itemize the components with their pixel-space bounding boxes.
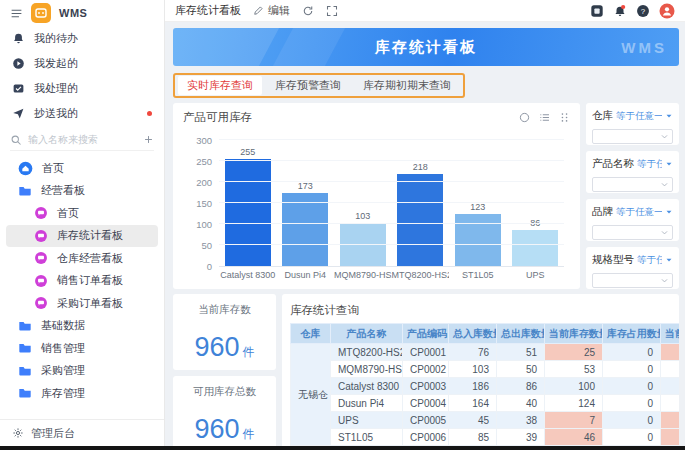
filter-select[interactable]	[592, 225, 673, 240]
code-cell: CP0006	[403, 429, 449, 446]
nav-item[interactable]: 首页	[6, 202, 158, 225]
theme-toggle-icon[interactable]	[590, 4, 604, 18]
add-icon[interactable]	[143, 134, 154, 145]
filter-operator[interactable]: 等于任意一...	[616, 206, 662, 219]
bar[interactable]	[397, 174, 443, 266]
y-axis-tick: 100	[196, 219, 212, 230]
fullscreen-icon[interactable]	[326, 5, 338, 17]
list-icon[interactable]	[539, 112, 550, 123]
chevron-down-icon	[660, 228, 669, 237]
chat-icon	[34, 296, 48, 310]
nav-item[interactable]: 经营看板	[6, 180, 158, 203]
filter-card: 仓库等于任意一...	[586, 103, 679, 145]
outbound-cell: 86	[497, 378, 545, 395]
sidebar-header: WMS	[0, 0, 164, 26]
filter-operator[interactable]: 等于任...	[637, 158, 662, 171]
table-header-row: 仓库产品名称产品编码总入库数量总出库数量当前库存数量库存占用数量当前可用数量	[291, 324, 680, 344]
table-row[interactable]: Catalyst 8300CP0003186861000	[291, 378, 680, 395]
loading-circle-icon[interactable]	[519, 112, 530, 123]
current-cell: 7	[545, 412, 603, 429]
wms-logo-icon	[31, 3, 51, 23]
nav-item[interactable]: 首页	[6, 157, 158, 180]
available-cell	[661, 429, 680, 446]
filter-select[interactable]	[592, 273, 673, 288]
filter-operator[interactable]: 等于任...	[637, 254, 662, 267]
filter-operator[interactable]: 等于任意一...	[616, 110, 662, 123]
stat-title: 可用库存总数	[173, 385, 276, 399]
sidebar-item-bell[interactable]: 我的待办	[0, 26, 164, 51]
edit-button[interactable]: 编辑	[253, 3, 290, 18]
nav-item-label: 经营看板	[41, 183, 85, 198]
bar[interactable]	[225, 159, 271, 266]
caret-down-icon[interactable]	[665, 256, 673, 264]
nav-item[interactable]: 库存管理	[6, 382, 158, 405]
bar[interactable]	[512, 230, 558, 266]
nav-item[interactable]: 基础数据	[6, 315, 158, 338]
outbound-cell: 50	[497, 361, 545, 378]
gear-icon	[12, 427, 24, 439]
avatar-icon[interactable]	[659, 3, 675, 19]
caret-down-icon[interactable]	[665, 112, 673, 120]
outbound-cell: 51	[497, 344, 545, 361]
nav-item[interactable]: 仓库经营看板	[6, 247, 158, 270]
refresh-icon[interactable]	[302, 5, 314, 17]
admin-console-button[interactable]: 管理后台	[0, 419, 164, 446]
table-row[interactable]: UPSCP0005453870	[291, 412, 680, 429]
bar[interactable]	[282, 193, 328, 266]
page-topbar: 库存统计看板 编辑 ?	[165, 0, 685, 22]
nav-item[interactable]: 采购管理	[6, 360, 158, 383]
caret-down-icon[interactable]	[665, 160, 673, 168]
chart-header: 产品可用库存	[183, 110, 570, 125]
current-cell: 100	[545, 378, 603, 395]
tab-active[interactable]: 实时库存查询	[178, 76, 262, 95]
nav-item-label: 仓库经营看板	[57, 251, 123, 266]
nav-item[interactable]: 采购订单看板	[6, 292, 158, 315]
gridline	[219, 160, 564, 161]
notifications-icon[interactable]	[613, 4, 627, 18]
product-cell: Dusun Pi4	[331, 395, 403, 412]
dashboard-content: 库存统计看板 WMS 实时库存查询库存预警查询库存期初期末查询 产品可用库存 2…	[165, 22, 685, 446]
nav-item-label: 销售管理	[41, 341, 85, 356]
table-row[interactable]: Dusun Pi4CP0004164401240	[291, 395, 680, 412]
nav-item-label: 首页	[57, 206, 79, 221]
tab-item[interactable]: 库存预警查询	[266, 76, 350, 95]
filter-label: 品牌	[592, 205, 613, 219]
current-cell: 46	[545, 429, 603, 446]
filter-select[interactable]	[592, 129, 673, 144]
column-header: 当前库存数量	[545, 324, 603, 344]
sidebar-item-label: 我的待办	[34, 31, 78, 46]
folder-icon	[18, 364, 32, 378]
table-row[interactable]: 无锡仓MTQ8200-HS2FCP00017651250	[291, 344, 680, 361]
bar-chart: 25517310321812386 300250200150100500	[219, 141, 564, 267]
code-cell: CP0005	[403, 412, 449, 429]
tab-item[interactable]: 库存期初期末查询	[354, 76, 460, 95]
y-axis-tick: 250	[196, 156, 212, 167]
table-title: 库存统计查询	[290, 304, 359, 316]
menu-toggle-icon[interactable]	[10, 7, 23, 20]
sidebar-item-task[interactable]: 我处理的	[0, 76, 164, 101]
bar-value-label: 173	[298, 181, 313, 191]
search-input[interactable]	[28, 134, 137, 145]
stat-card: 可用库存总数960件	[173, 376, 276, 446]
product-cell: UPS	[331, 412, 403, 429]
help-icon[interactable]: ?	[636, 4, 650, 18]
chevron-down-icon	[660, 276, 669, 285]
table-row[interactable]: MQM8790-HS2RCP000210350530	[291, 361, 680, 378]
sidebar-item-play[interactable]: 我发起的	[0, 51, 164, 76]
filter-label: 产品名称	[592, 157, 634, 171]
nav-item[interactable]: 销售管理	[6, 337, 158, 360]
nav-item-active[interactable]: 库存统计看板	[6, 225, 158, 248]
table-row[interactable]: ST1L05CP00068539460	[291, 429, 680, 446]
filter-select[interactable]	[592, 177, 673, 192]
chart-toolbar	[519, 112, 570, 123]
grid-dots-icon[interactable]	[559, 112, 570, 123]
chart-title: 产品可用库存	[183, 110, 252, 125]
sidebar-item-label: 抄送我的	[34, 106, 78, 121]
caret-down-icon[interactable]	[665, 208, 673, 216]
topbar-right-icons: ?	[590, 3, 675, 19]
bottom-row: 当前库存数960件可用库存总数960件 库存统计查询 仓库产品名称产品编码总入库…	[173, 294, 679, 446]
chat-icon	[34, 206, 48, 220]
sidebar-item-send[interactable]: 抄送我的	[0, 101, 164, 126]
nav-item[interactable]: 销售订单看板	[6, 270, 158, 293]
stat-value: 960	[194, 332, 239, 362]
